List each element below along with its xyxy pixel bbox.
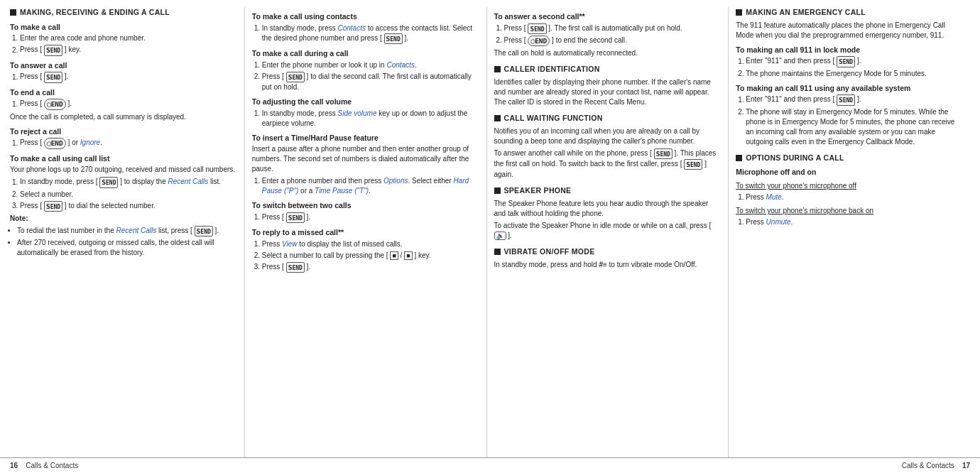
emergency-body: The 911 feature automatically places the… [736,21,963,40]
lock-mode-steps: Enter "911" and then press [ SEND ]. The… [736,56,963,78]
speaker-sub: To activate the Speaker Phone in idle mo… [494,221,722,241]
volume-steps: In standby mode, press Side volume key u… [252,109,479,129]
call-list-step-1: In standby mode, press [ SEND ] to displ… [20,177,237,187]
call-list-step-2: Select a number. [20,190,237,200]
answer-call-title: To answer a call [10,60,237,71]
missed-title: To reply to a missed call** [252,227,479,238]
content-area: MAKING, RECEIVING & ENDING A CALL To mak… [0,0,980,457]
end-call-step-1: Press [ ◯END ]. [20,99,237,109]
any-system-title: To making an call 911 using any availabl… [736,83,963,94]
pause-title: To insert a Time/Hard Pause feature [252,133,479,143]
missed-step-1: Press View to display the list of missed… [262,239,479,249]
make-call-steps: Enter the area code and phone number. Pr… [10,33,237,55]
column-2: To make a call using contacts In standby… [245,7,487,457]
section-title-emergency: MAKING AN EMERGENCY CALL [746,7,866,18]
section-square-emergency [736,9,742,16]
page-footer: 16 Calls & Contacts Calls & Contacts 17 [0,457,980,473]
reject-call-steps: Press [ ◯END ] or Ignore. [10,138,237,148]
section-square-waiting [494,115,501,121]
caller-id-body: Identifies caller by displaying their ph… [494,77,722,107]
footer-right: Calls & Contacts 17 [902,462,970,469]
answer-call-step-1: Press [ SEND ]. [20,72,237,82]
make-call-title: To make a call [10,22,237,33]
section-square-1 [10,9,16,16]
contacts-title: To make a call using contacts [252,11,479,22]
switch-step-1: Press [ SEND ]. [262,212,479,223]
during-call-title: To make a call during a call [252,48,479,59]
mic-off-sub: To switch your phone’s microphone off [736,181,963,191]
section-header-vibrate: VIBRATE ON/OFF MODE [494,246,722,257]
contacts-steps: In standby mode, press Contacts to acces… [252,23,479,44]
section-title-speaker: SPEAKER PHONE [504,185,572,196]
call-list-step-3: Press [ SEND ] to dial the selected numb… [20,201,237,212]
call-list-title: To make a call using call list [10,153,237,164]
call-waiting-body: Notifies you of an incoming call when yo… [494,126,722,146]
switch-steps: Press [ SEND ]. [252,212,479,223]
section-square-caller [494,66,501,72]
any-system-step-2: The phone will stay in Emergency Mode fo… [746,107,963,147]
missed-steps: Press View to display the list of missed… [252,239,479,273]
end-call-note: Once the call is completed, a call summa… [10,112,237,122]
section-title-vibrate: VIBRATE ON/OFF MODE [504,246,595,257]
section-header-call-waiting: CALL WAITING FUNCTION [494,113,722,124]
switch-title: To switch between two calls [252,200,479,211]
section-title-call-waiting: CALL WAITING FUNCTION [504,113,603,124]
lock-mode-step-1: Enter "911" and then press [ SEND ]. [746,56,963,67]
make-call-step-1: Enter the area code and phone number. [20,33,237,43]
section-header-emergency: MAKING AN EMERGENCY CALL [736,7,963,18]
call-list-body: Your phone logs up to 270 outgoing, rece… [10,165,237,175]
second-call-step-2: Press [ ◯END ] to end the second call. [504,36,722,46]
footer-left: 16 Calls & Contacts [10,462,78,469]
note-bullet-1: To redial the last number in the Recent … [17,226,237,236]
footer-left-label: Calls & Contacts [26,462,78,469]
mic-off-step-1: Press Mute. [746,192,963,202]
mic-on-steps: Press Unmute. [736,217,963,227]
second-call-title: To answer a second call** [494,11,722,22]
speaker-body: The Speaker Phone feature lets you hear … [494,199,722,219]
lock-mode-step-2: The phone maintains the Emergency Mode f… [746,69,963,79]
section-square-vibrate [494,249,501,255]
section-title-making: MAKING, RECEIVING & ENDING A CALL [20,7,170,18]
second-call-step-1: Press [ SEND ]. The first call is automa… [504,23,722,34]
column-3: To answer a second call** Press [ SEND ]… [487,7,729,457]
reject-call-step-1: Press [ ◯END ] or Ignore. [20,138,237,148]
section-title-options: OPTIONS DURING A CALL [746,153,844,163]
page-container: MAKING, RECEIVING & ENDING A CALL To mak… [0,0,980,473]
second-call-note: The call on hold is automatically reconn… [494,48,722,58]
volume-title: To adjusting the call volume [252,97,479,107]
mic-on-sub: To switch your phone’s microphone back o… [736,206,963,216]
section-header-options: OPTIONS DURING A CALL [736,153,963,163]
any-system-step-1: Enter "911" and then press [ SEND ]. [746,94,963,105]
section-title-caller-id: CALLER IDENTIFICATION [504,64,600,75]
mic-on-step-1: Press Unmute. [746,217,963,227]
lock-mode-title: To making an call 911 in lock mode [736,45,963,55]
second-call-steps: Press [ SEND ]. The first call is automa… [494,23,722,47]
end-call-title: To end a call [10,87,237,98]
column-1: MAKING, RECEIVING & ENDING A CALL To mak… [10,7,245,457]
note-label: Note: [10,214,237,224]
pause-body: Insert a pause after a phone number and … [252,144,479,174]
contacts-step-1: In standby mode, press Contacts to acces… [262,23,479,44]
mic-off-steps: Press Mute. [736,192,963,202]
make-call-step-2: Press [ SEND ] key. [20,45,237,55]
pause-step-1: Enter a phone number and then press Opti… [262,176,479,196]
call-waiting-sub: To answer another call while on the phon… [494,148,722,180]
vibrate-body: In standby mode, press and hold #≡ to tu… [494,260,722,270]
footer-right-label: Calls & Contacts [902,462,954,469]
footer-right-page: 17 [962,462,970,469]
column-4: MAKING AN EMERGENCY CALL The 911 feature… [729,7,970,457]
during-call-steps: Enter the phone number or look it up in … [252,60,479,92]
during-call-step-1: Enter the phone number or look it up in … [262,60,479,70]
pause-steps: Enter a phone number and then press Opti… [252,176,479,196]
section-header-speaker: SPEAKER PHONE [494,185,722,196]
mic-title: Microphone off and on [736,167,963,178]
answer-call-steps: Press [ SEND ]. [10,72,237,82]
section-header-caller-id: CALLER IDENTIFICATION [494,64,722,75]
reject-call-title: To reject a call [10,126,237,137]
missed-step-3: Press [ SEND ]. [262,262,479,273]
note-bullets: To redial the last number in the Recent … [10,226,237,258]
footer-left-page: 16 [10,462,18,469]
call-list-steps: In standby mode, press [ SEND ] to displ… [10,177,237,212]
end-call-steps: Press [ ◯END ]. [10,99,237,109]
note-bullet-2: After 270 received, outgoing or missed c… [17,238,237,258]
